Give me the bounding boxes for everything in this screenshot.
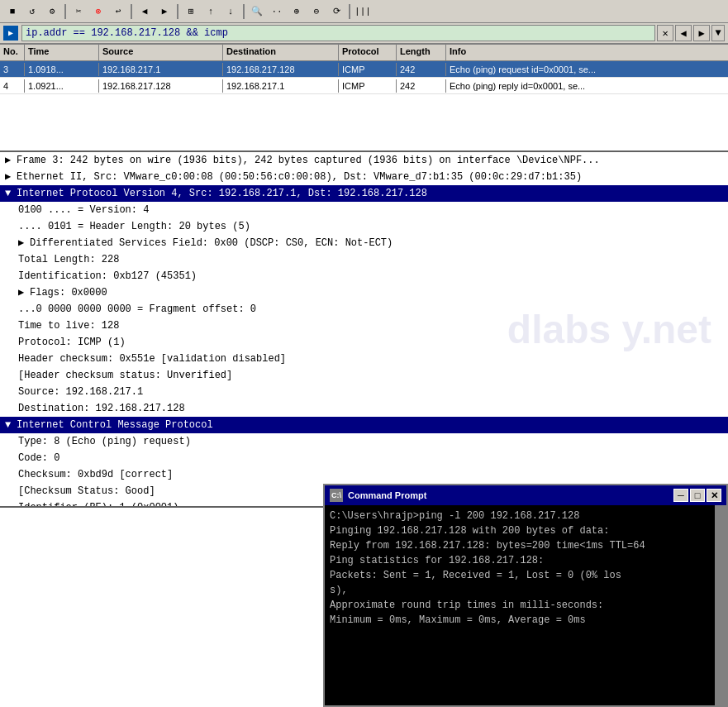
list-item[interactable]: ▶ Differentiated Services Field: 0x00 (D… — [0, 235, 728, 251]
tree-label: Frame 3: 242 bytes on wire (1936 bits), … — [17, 155, 600, 166]
cmd-title-text: Command Prompt — [348, 490, 672, 500]
list-item: Type: 8 (Echo (ping) request) — [0, 433, 728, 450]
cell-proto: ICMP — [339, 63, 397, 76]
table-row[interactable]: 4 1.0921... 192.168.217.128 192.168.217.… — [0, 78, 728, 94]
tree-label: Protocol: ICMP (1) — [18, 337, 126, 348]
cell-info: Echo (ping) reply id=0x0001, se... — [446, 79, 728, 93]
packet-rows: 3 1.0918... 192.168.217.1 192.168.217.12… — [0, 61, 728, 94]
tree-label: Checksum: 0xbd9d [correct] — [18, 469, 173, 480]
tree-label: [Header checksum status: Unverified] — [18, 370, 232, 381]
cell-dest: 192.168.217.128 — [223, 63, 339, 76]
col-header-no: No. — [0, 45, 25, 60]
list-item: .... 0101 = Header Length: 20 bytes (5) — [0, 218, 728, 235]
cell-no: 4 — [0, 79, 25, 93]
tree-label: Ethernet II, Src: VMware_c0:00:08 (00:50… — [17, 171, 582, 183]
tree-label: .... 0101 = Header Length: 20 bytes (5) — [18, 221, 250, 232]
filter-bar: ▶ ip.addr == 192.168.217.128 && icmp ✕ ◀… — [0, 23, 728, 45]
zoom-out-btn[interactable]: ⊖ — [307, 2, 326, 21]
col-header-source: Source — [99, 45, 223, 60]
list-item: Checksum: 0xbd9d [correct] — [0, 466, 728, 483]
sep4 — [243, 4, 245, 19]
sep5 — [349, 4, 350, 19]
list-item[interactable]: ▼ Internet Protocol Version 4, Src: 192.… — [0, 185, 728, 202]
toolbar: ■ ↺ ⚙ ✂ ⊗ ↩ ◀ ▶ ⊞ ↑ ↓ 🔍 ∙∙ ⊕ ⊖ ⟳ ||| — [0, 0, 728, 23]
cmd-title-icon: C:\ — [330, 489, 343, 502]
list-item: Code: 0 — [0, 450, 728, 466]
sep2 — [131, 4, 132, 19]
cmd-line: Approximate round trip times in milli-se… — [330, 598, 710, 613]
list-item[interactable]: ▶ Frame 3: 242 bytes on wire (1936 bits)… — [0, 152, 728, 169]
stop-btn[interactable]: ■ — [3, 2, 21, 21]
filter-icon: ▶ — [3, 26, 18, 41]
list-item: [Header checksum status: Unverified] — [0, 367, 728, 384]
zoom-in-btn[interactable]: ⊕ — [288, 2, 306, 21]
cmd-line: Reply from 192.168.217.128: bytes=200 ti… — [330, 538, 710, 553]
cmd-line: C:\Users\hrajp>ping -l 200 192.168.217.1… — [330, 509, 710, 523]
tree-label: Flags: 0x0000 — [30, 287, 107, 299]
cell-time: 1.0918... — [25, 63, 99, 76]
sep3 — [177, 4, 178, 19]
cell-len: 242 — [397, 63, 446, 76]
cmd-scrollbar[interactable] — [715, 505, 726, 705]
cmd-content: C:\Users\hrajp>ping -l 200 192.168.217.1… — [325, 505, 715, 705]
col-header-dest: Destination — [223, 45, 339, 60]
cmd-body: C:\Users\hrajp>ping -l 200 192.168.217.1… — [325, 505, 726, 705]
tree-label: Type: 8 (Echo (ping) request) — [18, 436, 191, 447]
scroll-up-btn[interactable]: ↑ — [202, 2, 220, 21]
filter-dropdown-button[interactable]: ▼ — [711, 25, 725, 41]
close-btn[interactable]: ⊗ — [89, 2, 107, 21]
list-item: Total Length: 228 — [0, 251, 728, 268]
cmd-window: C:\ Command Prompt ─ □ ✕ C:\Users\hrajp>… — [323, 484, 728, 707]
table-row[interactable]: 3 1.0918... 192.168.217.1 192.168.217.12… — [0, 61, 728, 78]
tree-arrow: ▶ — [5, 170, 17, 184]
cmd-minimize-button[interactable]: ─ — [673, 489, 688, 502]
back-btn[interactable]: ◀ — [136, 2, 154, 21]
cmd-close-button[interactable]: ✕ — [707, 489, 721, 502]
filter-next-button[interactable]: ▶ — [693, 25, 710, 41]
zoom-fit-btn[interactable]: ⟳ — [327, 2, 345, 21]
col-header-proto: Protocol — [339, 45, 397, 60]
list-item: Destination: 192.168.217.128 — [0, 400, 728, 417]
filter-clear-button[interactable]: ✕ — [657, 25, 673, 41]
cmd-line: s), — [330, 583, 710, 598]
tree-label: ...0 0000 0000 0000 = Fragment offset: 0 — [18, 303, 256, 315]
expand-btn[interactable]: ⊞ — [182, 2, 200, 21]
forward-btn[interactable]: ▶ — [155, 2, 174, 21]
filter-prev-button[interactable]: ◀ — [675, 25, 692, 41]
dot-btn[interactable]: ∙∙ — [268, 2, 286, 21]
sep1 — [64, 4, 66, 19]
list-item[interactable]: ▼ Internet Control Message Protocol — [0, 417, 728, 433]
packet-list: No. Time Source Destination Protocol Len… — [0, 45, 728, 152]
list-item[interactable]: ▶ Flags: 0x0000 — [0, 284, 728, 301]
tree-arrow: ▼ — [5, 418, 17, 432]
col-header-time: Time — [25, 45, 99, 60]
lines-btn[interactable]: ||| — [354, 2, 372, 21]
cut-btn[interactable]: ✂ — [69, 2, 88, 21]
filter-input[interactable]: ip.addr == 192.168.217.128 && icmp — [21, 25, 655, 41]
list-item: Header checksum: 0x551e [validation disa… — [0, 351, 728, 367]
scroll-down-btn[interactable]: ↓ — [221, 2, 240, 21]
cell-info: Echo (ping) request id=0x0001, se... — [446, 63, 728, 76]
settings-btn[interactable]: ⚙ — [43, 2, 61, 21]
cmd-titlebar: C:\ Command Prompt ─ □ ✕ — [325, 485, 726, 505]
list-item: Identification: 0xb127 (45351) — [0, 268, 728, 284]
tree-label: Identifier (BE): 1 (0x0001) — [18, 502, 178, 508]
tree-label: Header checksum: 0x551e [validation disa… — [18, 353, 286, 365]
cmd-line: Ping statistics for 192.168.217.128: — [330, 553, 710, 568]
tree-label: Source: 192.168.217.1 — [18, 386, 143, 398]
tree-label: Code: 0 — [18, 452, 59, 464]
cell-time: 1.0921... — [25, 79, 99, 93]
cmd-maximize-button[interactable]: □ — [690, 489, 705, 502]
tree-arrow: ▶ — [5, 153, 17, 168]
tree-label: 0100 .... = Version: 4 — [18, 204, 149, 216]
cmd-line: Pinging 192.168.217.128 with 200 bytes o… — [330, 523, 710, 538]
cell-len: 242 — [397, 79, 446, 93]
reload-btn[interactable]: ↺ — [23, 2, 41, 21]
search-btn[interactable]: 🔍 — [248, 2, 266, 21]
tree-arrow: ▼ — [5, 186, 17, 201]
tree-arrow: ▶ — [18, 236, 30, 251]
undo-btn[interactable]: ↩ — [109, 2, 127, 21]
tree-label: Internet Protocol Version 4, Src: 192.16… — [17, 188, 427, 199]
packet-header: No. Time Source Destination Protocol Len… — [0, 45, 728, 61]
list-item[interactable]: ▶ Ethernet II, Src: VMware_c0:00:08 (00:… — [0, 169, 728, 185]
